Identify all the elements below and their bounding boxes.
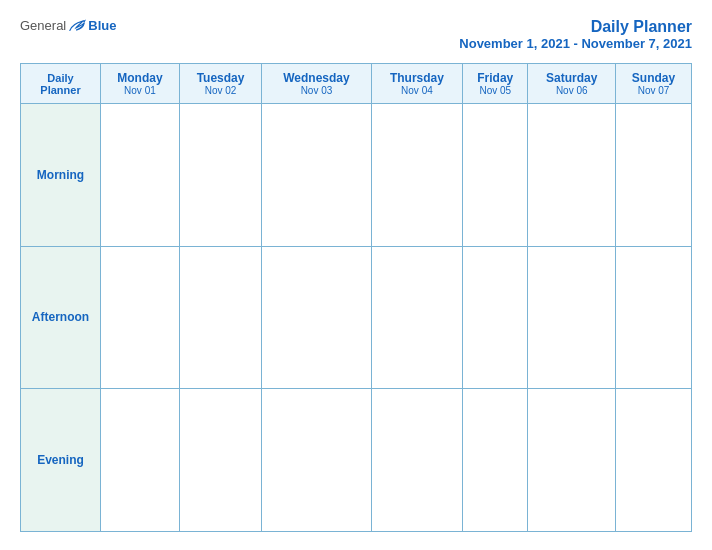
row-evening: Evening: [21, 389, 692, 532]
cell-evening-tuesday[interactable]: [179, 389, 261, 532]
header: General Blue Daily Planner November 1, 2…: [20, 18, 692, 51]
cell-morning-tuesday[interactable]: [179, 104, 261, 247]
label-afternoon: Afternoon: [21, 246, 101, 389]
cell-morning-monday[interactable]: [101, 104, 180, 247]
date-nov07: Nov 07: [620, 85, 687, 96]
cell-evening-sunday[interactable]: [616, 389, 692, 532]
date-nov05: Nov 05: [467, 85, 523, 96]
planner-table: Daily Planner Monday Nov 01 Tuesday Nov …: [20, 63, 692, 532]
table-header-row: Daily Planner Monday Nov 01 Tuesday Nov …: [21, 64, 692, 104]
cell-afternoon-sunday[interactable]: [616, 246, 692, 389]
cell-afternoon-wednesday[interactable]: [262, 246, 371, 389]
table-label-header: Daily Planner: [21, 64, 101, 104]
col-header-sunday: Sunday Nov 07: [616, 64, 692, 104]
logo-blue-text: Blue: [88, 18, 116, 33]
cell-morning-sunday[interactable]: [616, 104, 692, 247]
col-header-thursday: Thursday Nov 04: [371, 64, 462, 104]
date-nov04: Nov 04: [376, 85, 458, 96]
cell-afternoon-saturday[interactable]: [528, 246, 616, 389]
label-evening: Evening: [21, 389, 101, 532]
cell-morning-wednesday[interactable]: [262, 104, 371, 247]
cell-evening-friday[interactable]: [463, 389, 528, 532]
date-nov01: Nov 01: [105, 85, 175, 96]
col-header-friday: Friday Nov 05: [463, 64, 528, 104]
cell-evening-thursday[interactable]: [371, 389, 462, 532]
cell-evening-monday[interactable]: [101, 389, 180, 532]
logo-bird-icon: [68, 19, 86, 33]
day-sunday: Sunday: [620, 71, 687, 85]
day-thursday: Thursday: [376, 71, 458, 85]
cell-afternoon-thursday[interactable]: [371, 246, 462, 389]
col-header-monday: Monday Nov 01: [101, 64, 180, 104]
planner-title: Daily Planner: [459, 18, 692, 36]
cell-morning-saturday[interactable]: [528, 104, 616, 247]
logo-area: General Blue: [20, 18, 116, 33]
col-header-wednesday: Wednesday Nov 03: [262, 64, 371, 104]
day-monday: Monday: [105, 71, 175, 85]
cell-afternoon-friday[interactable]: [463, 246, 528, 389]
logo: General Blue: [20, 18, 116, 33]
day-friday: Friday: [467, 71, 523, 85]
col-header-tuesday: Tuesday Nov 02: [179, 64, 261, 104]
day-wednesday: Wednesday: [266, 71, 366, 85]
logo-general-text: General: [20, 18, 66, 33]
cell-evening-wednesday[interactable]: [262, 389, 371, 532]
title-area: Daily Planner November 1, 2021 - Novembe…: [459, 18, 692, 51]
row-morning: Morning: [21, 104, 692, 247]
day-saturday: Saturday: [532, 71, 611, 85]
cell-afternoon-tuesday[interactable]: [179, 246, 261, 389]
date-nov06: Nov 06: [532, 85, 611, 96]
daily-planner-page: General Blue Daily Planner November 1, 2…: [0, 0, 712, 550]
day-tuesday: Tuesday: [184, 71, 257, 85]
cell-morning-thursday[interactable]: [371, 104, 462, 247]
row-afternoon: Afternoon: [21, 246, 692, 389]
label-header-line1: Daily: [47, 72, 73, 84]
cell-morning-friday[interactable]: [463, 104, 528, 247]
date-range: November 1, 2021 - November 7, 2021: [459, 36, 692, 51]
label-morning: Morning: [21, 104, 101, 247]
cell-afternoon-monday[interactable]: [101, 246, 180, 389]
date-nov03: Nov 03: [266, 85, 366, 96]
label-header-line2: Planner: [40, 84, 80, 96]
col-header-saturday: Saturday Nov 06: [528, 64, 616, 104]
date-nov02: Nov 02: [184, 85, 257, 96]
cell-evening-saturday[interactable]: [528, 389, 616, 532]
